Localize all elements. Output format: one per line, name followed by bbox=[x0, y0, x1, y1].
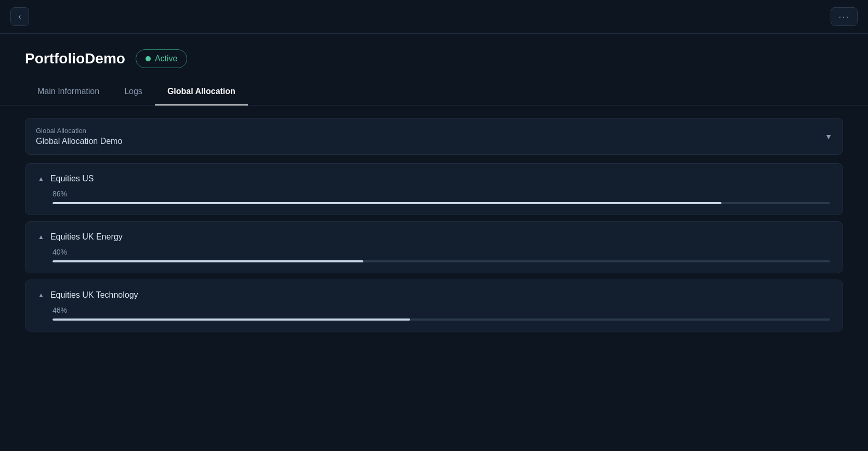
header-section: PortfolioDemo Active bbox=[0, 34, 868, 78]
item-header-equities-uk-energy: ▲ Equities UK Energy bbox=[38, 232, 830, 242]
allocation-items-list: ▲ Equities US 86% ▲ Equities UK Energy 4… bbox=[25, 163, 843, 331]
back-button[interactable]: ‹ bbox=[10, 7, 29, 26]
expand-icon-equities-uk-energy[interactable]: ▲ bbox=[38, 233, 44, 241]
status-label: Active bbox=[155, 54, 178, 63]
content-area: Global Allocation Global Allocation Demo… bbox=[0, 105, 868, 350]
more-options-button[interactable]: ··· bbox=[831, 7, 858, 26]
allocation-item-equities-uk-energy: ▲ Equities UK Energy 40% bbox=[25, 221, 843, 273]
back-icon: ‹ bbox=[18, 12, 21, 21]
progress-bar-fill-equities-uk-technology bbox=[52, 319, 410, 321]
status-dot-icon bbox=[146, 56, 151, 61]
progress-bar-equities-uk-energy bbox=[52, 260, 830, 262]
item-name-equities-uk-energy: Equities UK Energy bbox=[50, 232, 123, 242]
progress-bar-fill-equities-uk-energy bbox=[52, 260, 363, 262]
item-content-equities-uk-technology: 46% bbox=[38, 306, 830, 321]
progress-bar-equities-us bbox=[52, 202, 830, 204]
tab-main-information[interactable]: Main Information bbox=[25, 78, 112, 105]
portfolio-title: PortfolioDemo bbox=[25, 50, 125, 67]
item-header-equities-us: ▲ Equities US bbox=[38, 174, 830, 183]
tab-logs[interactable]: Logs bbox=[112, 78, 155, 105]
percentage-label-equities-uk-energy: 40% bbox=[52, 248, 830, 256]
expand-icon-equities-us[interactable]: ▲ bbox=[38, 175, 44, 182]
allocation-item-equities-us: ▲ Equities US 86% bbox=[25, 163, 843, 215]
selector-value: Global Allocation Demo bbox=[36, 137, 122, 146]
item-content-equities-uk-energy: 40% bbox=[38, 248, 830, 262]
percentage-label-equities-uk-technology: 46% bbox=[52, 306, 830, 314]
percentage-label-equities-us: 86% bbox=[52, 190, 830, 198]
chevron-down-icon: ▼ bbox=[825, 132, 832, 141]
allocation-selector[interactable]: Global Allocation Global Allocation Demo… bbox=[25, 118, 843, 155]
tab-global-allocation[interactable]: Global Allocation bbox=[155, 78, 248, 105]
selector-main-label: Global Allocation bbox=[36, 127, 122, 135]
progress-bar-equities-uk-technology bbox=[52, 319, 830, 321]
allocation-item-equities-uk-technology: ▲ Equities UK Technology 46% bbox=[25, 280, 843, 331]
selector-labels: Global Allocation Global Allocation Demo bbox=[36, 127, 122, 146]
item-name-equities-uk-technology: Equities UK Technology bbox=[50, 290, 138, 300]
item-header-equities-uk-technology: ▲ Equities UK Technology bbox=[38, 290, 830, 300]
item-name-equities-us: Equities US bbox=[50, 174, 94, 183]
more-icon: ··· bbox=[838, 11, 849, 22]
status-badge: Active bbox=[136, 49, 188, 68]
progress-bar-fill-equities-us bbox=[52, 202, 721, 204]
item-content-equities-us: 86% bbox=[38, 190, 830, 204]
expand-icon-equities-uk-technology[interactable]: ▲ bbox=[38, 291, 44, 299]
top-bar: ‹ ··· bbox=[0, 0, 868, 34]
tabs-section: Main Information Logs Global Allocation bbox=[0, 78, 868, 105]
